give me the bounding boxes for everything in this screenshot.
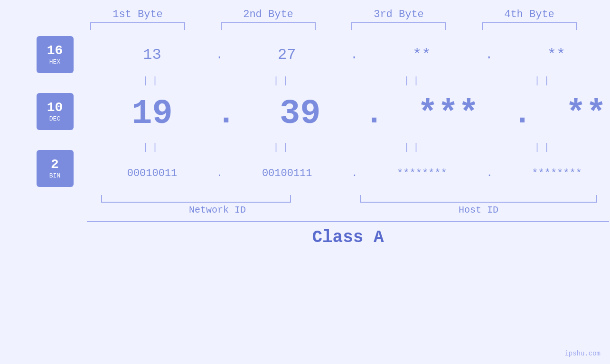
class-row: Class A bbox=[87, 221, 609, 247]
hex-val-3: ** bbox=[413, 46, 431, 64]
hex-badge-label: HEX bbox=[49, 58, 60, 65]
dec-val-3: *** bbox=[417, 94, 479, 133]
par-lines-7: || bbox=[404, 142, 422, 153]
par-lines-8: || bbox=[534, 142, 553, 153]
hex-val-2: 27 bbox=[278, 46, 296, 64]
hex-badge[interactable]: 16 HEX bbox=[37, 36, 74, 73]
dec-cell-3: *** bbox=[383, 94, 514, 133]
bin-val-3: ******** bbox=[397, 168, 447, 179]
bin-val-1: 00010011 bbox=[127, 168, 178, 179]
watermark: ipshu.com bbox=[564, 350, 601, 357]
hex-val-4: ** bbox=[547, 46, 565, 64]
dec-badge[interactable]: 10 DEC bbox=[37, 93, 74, 130]
hex-cell-4: ** bbox=[491, 46, 610, 64]
dec-val-4: *** bbox=[565, 94, 610, 133]
dec-dot-3: . bbox=[513, 98, 532, 130]
hex-cell-3: ** bbox=[357, 46, 487, 64]
hex-val-1: 13 bbox=[143, 46, 161, 64]
hex-cell-2: 27 bbox=[222, 46, 352, 64]
bin-val-2: 00100111 bbox=[262, 168, 312, 179]
dec-badge-label: DEC bbox=[49, 115, 60, 122]
bin-cell-1: 00010011 bbox=[87, 168, 217, 179]
dec-cell-1: 19 bbox=[87, 94, 217, 133]
bin-cell-4: ******** bbox=[492, 168, 610, 179]
hex-badge-num: 16 bbox=[47, 44, 63, 58]
bracket-2 bbox=[203, 22, 334, 31]
dec-dot-2: . bbox=[365, 98, 384, 130]
hex-cell-1: 13 bbox=[87, 46, 217, 64]
dec-cell-4: *** bbox=[531, 94, 610, 133]
badge-column: 16 HEX 10 DEC 2 BIN bbox=[23, 36, 87, 247]
byte-header-3: 3rd Byte bbox=[334, 9, 464, 20]
par-lines-1: || bbox=[142, 75, 161, 86]
byte-header-4: 4th Byte bbox=[464, 9, 595, 20]
par-lines-5: || bbox=[142, 142, 161, 153]
hex-row: 13 . 27 . ** . ** bbox=[87, 36, 610, 74]
host-bracket bbox=[348, 195, 609, 203]
dec-dot-1: . bbox=[216, 98, 236, 130]
par-lines-2: || bbox=[273, 75, 292, 86]
host-id-label: Host ID bbox=[348, 205, 609, 215]
bracket-4 bbox=[464, 22, 595, 31]
par-lines-4: || bbox=[534, 75, 553, 86]
network-id-label: Network ID bbox=[87, 205, 348, 215]
top-bracket-row bbox=[28, 22, 610, 31]
id-labels: Network ID Host ID bbox=[87, 205, 610, 215]
par-lines-6: || bbox=[273, 142, 292, 153]
dec-row: 19 . 39 . *** . *** bbox=[87, 88, 610, 140]
bin-val-4: ******** bbox=[532, 168, 582, 179]
byte-header-1: 1st Byte bbox=[73, 9, 203, 20]
dec-val-1: 19 bbox=[131, 94, 172, 133]
bin-badge-label: BIN bbox=[49, 172, 60, 179]
bin-cell-3: ******** bbox=[357, 168, 487, 179]
bin-badge-num: 2 bbox=[51, 158, 59, 172]
dec-val-2: 39 bbox=[280, 94, 320, 133]
rows-container: 13 . 27 . ** . ** || bbox=[87, 36, 610, 247]
bin-cell-2: 00100111 bbox=[222, 168, 352, 179]
bracket-3 bbox=[334, 22, 464, 31]
network-bracket bbox=[87, 195, 348, 203]
bin-badge[interactable]: 2 BIN bbox=[37, 150, 74, 187]
dec-badge-num: 10 bbox=[47, 101, 63, 115]
par-lines-3: || bbox=[404, 75, 422, 86]
bottom-bracket-row bbox=[87, 195, 610, 203]
dec-cell-2: 39 bbox=[235, 94, 366, 133]
byte-headers: 1st Byte 2nd Byte 3rd Byte 4th Byte bbox=[28, 9, 610, 20]
bracket-1 bbox=[73, 22, 203, 31]
byte-header-2: 2nd Byte bbox=[203, 9, 334, 20]
bin-row: 00010011 . 00100111 . ******** . *******… bbox=[87, 154, 610, 192]
main-container: 1st Byte 2nd Byte 3rd Byte 4th Byte 16 H… bbox=[0, 0, 610, 364]
class-label: Class A bbox=[312, 228, 384, 247]
